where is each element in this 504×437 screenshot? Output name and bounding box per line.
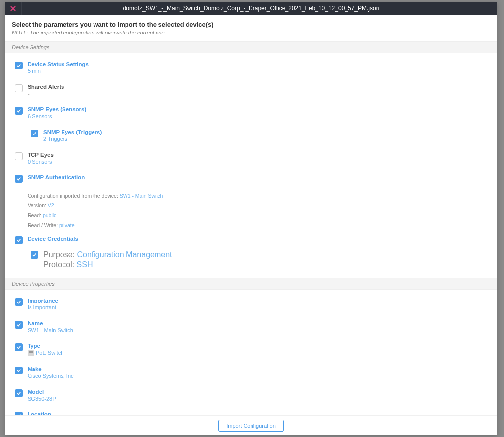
credentials-protocol: Protocol: SSH — [43, 259, 490, 269]
device-properties-list: Importance Is Important Name SW1 - Main … — [5, 290, 497, 435]
check-icon — [16, 63, 21, 68]
checkbox-shared-alerts[interactable] — [15, 84, 23, 92]
check-icon — [16, 391, 21, 396]
snmp-auth-details: Configuration imported from the device: … — [12, 189, 490, 232]
param-model: Model SG350-28P — [12, 385, 490, 407]
param-value: 5 min — [28, 68, 490, 74]
check-icon — [16, 322, 21, 327]
checkbox-importance[interactable] — [15, 298, 23, 306]
check-icon — [16, 176, 21, 181]
checkbox-model[interactable] — [15, 389, 23, 397]
param-value: 2 Triggers — [43, 136, 490, 142]
param-value: 6 Sensors — [28, 113, 490, 119]
param-shared-alerts: Shared Alerts - — [12, 80, 490, 102]
param-title: Device Status Settings — [28, 61, 490, 67]
snmp-auth-imported: Configuration imported from the device: … — [28, 191, 490, 201]
titlebar: domotz_SW1_-_Main_Switch_Domotz_Corp_-_D… — [5, 2, 497, 15]
heading-title: Select the parameters you want to import… — [12, 21, 490, 28]
param-device-credentials: Device Credentials — [12, 232, 490, 250]
param-value: SG350-28P — [28, 396, 490, 402]
param-title: Type — [28, 343, 490, 349]
section-header-device-properties: Device Properties — [5, 278, 497, 290]
checkbox-credentials-detail[interactable] — [31, 251, 38, 259]
checkbox-make[interactable] — [15, 367, 23, 374]
param-snmp-sensors: SNMP Eyes (Sensors) 6 Sensors — [12, 102, 490, 125]
check-icon — [32, 131, 37, 136]
param-snmp-triggers: SNMP Eyes (Triggers) 2 Triggers — [12, 125, 490, 148]
snmp-auth-readwrite: Read / Write: private — [28, 220, 490, 230]
param-title: TCP Eyes — [28, 152, 490, 158]
checkbox-type[interactable] — [15, 343, 23, 351]
snmp-auth-version: Version: V2 — [28, 201, 490, 210]
param-credentials-detail: Purpose: Configuration Management Protoc… — [12, 250, 490, 275]
param-title: SNMP Eyes (Triggers) — [43, 129, 490, 135]
checkbox-snmp-sensors[interactable] — [15, 107, 23, 115]
param-title: Importance — [28, 298, 490, 303]
param-title: Make — [28, 366, 490, 372]
param-title: SNMP Authentication — [28, 174, 490, 180]
checkbox-tcp-eyes[interactable] — [15, 152, 23, 160]
param-importance: Importance Is Important — [12, 294, 490, 316]
check-icon — [32, 252, 37, 257]
param-type: Type PoE Switch — [12, 339, 490, 362]
import-configuration-button[interactable]: Import Configuration — [218, 420, 284, 432]
param-title: Model — [28, 389, 490, 395]
checkbox-device-status[interactable] — [15, 62, 23, 69]
snmp-auth-read: Read: public — [28, 210, 490, 220]
param-title: Shared Alerts — [28, 84, 490, 90]
checkbox-name[interactable] — [15, 321, 23, 329]
checkbox-snmp-auth[interactable] — [15, 175, 23, 183]
param-tcp-eyes: TCP Eyes 0 Sensors — [12, 148, 490, 170]
param-make: Make Cisco Systems, Inc — [12, 362, 490, 385]
credentials-purpose: Purpose: Configuration Management — [43, 250, 490, 259]
param-value: 0 Sensors — [28, 159, 490, 165]
import-modal: domotz_SW1_-_Main_Switch_Domotz_Corp_-_D… — [5, 2, 497, 435]
check-icon — [16, 300, 21, 304]
modal-body: Select the parameters you want to import… — [5, 15, 497, 435]
param-value: SW1 - Main Switch — [28, 327, 490, 333]
check-icon — [16, 345, 21, 350]
heading: Select the parameters you want to import… — [5, 15, 497, 38]
check-icon — [16, 238, 21, 243]
checkbox-snmp-triggers[interactable] — [31, 130, 38, 137]
heading-note: NOTE: The imported configuration will ov… — [12, 30, 490, 35]
param-value: Cisco Systems, Inc — [28, 373, 490, 379]
param-title: SNMP Eyes (Sensors) — [28, 106, 490, 112]
footer: Import Configuration — [5, 415, 497, 435]
checkbox-device-credentials[interactable] — [15, 236, 23, 244]
titlebar-filename: domotz_SW1_-_Main_Switch_Domotz_Corp_-_D… — [5, 5, 497, 12]
check-icon — [16, 368, 21, 373]
param-title: Device Credentials — [28, 236, 490, 242]
param-value: - — [28, 91, 490, 97]
param-value: Is Important — [28, 304, 490, 310]
device-settings-list: Device Status Settings 5 min Shared Aler… — [5, 53, 497, 275]
check-icon — [16, 108, 21, 113]
switch-icon — [28, 350, 34, 356]
section-header-device-settings: Device Settings — [5, 41, 497, 53]
close-icon — [10, 6, 16, 11]
param-title: Name — [28, 320, 490, 326]
param-value: PoE Switch — [28, 350, 490, 356]
param-name: Name SW1 - Main Switch — [12, 316, 490, 339]
param-device-status: Device Status Settings 5 min — [12, 57, 490, 80]
param-snmp-auth: SNMP Authentication — [12, 170, 490, 189]
close-button[interactable] — [5, 2, 22, 15]
